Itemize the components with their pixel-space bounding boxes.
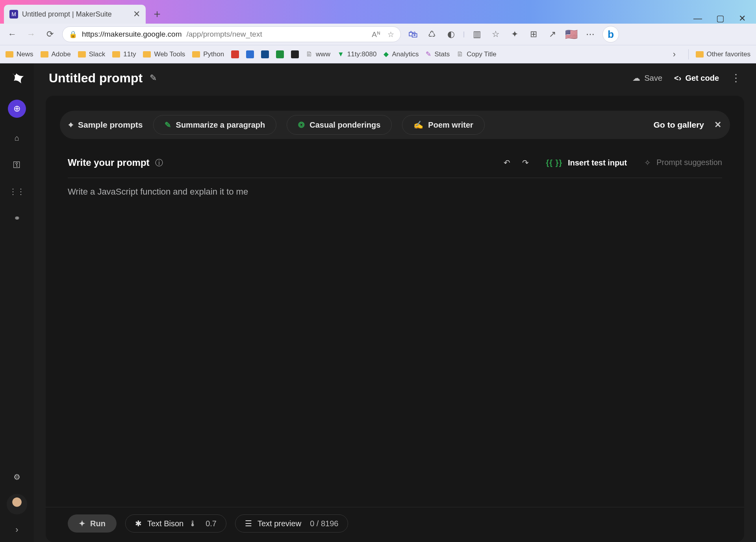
url-host: https://makersuite.google.com [82, 30, 182, 39]
rail-expand-icon[interactable]: › [15, 525, 18, 535]
bookmark-webtools[interactable]: Web Tools [143, 50, 185, 58]
rail-key-icon[interactable]: ⚿ [10, 158, 24, 171]
favorite-icon[interactable]: ☆ [387, 30, 394, 39]
temperature-value: 0.7 [206, 519, 217, 528]
run-button[interactable]: ✦ Run [68, 514, 117, 533]
prompt-name: Untitled prompt [49, 71, 143, 85]
read-aloud-icon[interactable]: Aᴺ [372, 30, 380, 39]
bottom-bar: ✦ Run ✱ Text Bison 🌡 0.7 ☰ Text preview … [46, 507, 744, 542]
bookmark-icon-4[interactable] [276, 50, 284, 58]
sample-poem[interactable]: ✍ Poem writer [402, 115, 484, 135]
window-controls: — ▢ ✕ [693, 10, 756, 24]
bookmarks-overflow-icon[interactable]: › [668, 48, 681, 61]
bookmarks-bar: News Adobe Slack 11ty Web Tools Python 🗎… [0, 45, 756, 63]
sample-summarize[interactable]: ✎ Summarize a paragraph [153, 115, 277, 135]
other-favorites[interactable]: Other favorites [696, 50, 751, 58]
sample-casual[interactable]: ❂ Casual ponderings [287, 115, 392, 135]
preview-chip[interactable]: ☰ Text preview 0 / 8196 [235, 514, 348, 533]
split-icon[interactable]: ▥ [470, 28, 484, 41]
redo-icon[interactable]: ↷ [522, 158, 529, 167]
user-avatar[interactable] [7, 494, 27, 514]
temperature-icon: 🌡 [189, 519, 197, 528]
settings-icon[interactable]: ⚙ [10, 470, 24, 484]
rail-link-icon[interactable]: ⚭ [10, 212, 24, 225]
prompt-suggestion-button[interactable]: ✧ Prompt suggestion [644, 158, 722, 167]
rail-home-icon[interactable]: ⌂ [10, 131, 24, 145]
favorites-icon[interactable]: ☆ [489, 28, 502, 41]
window-minimize-icon[interactable]: — [693, 13, 702, 24]
bing-sidebar-button[interactable]: b [602, 26, 619, 43]
collections-icon[interactable]: ✦ [508, 28, 521, 41]
edit-name-icon[interactable]: ✎ [150, 73, 157, 83]
code-icon: <› [674, 74, 681, 83]
app-logo-icon[interactable] [9, 71, 25, 86]
shopping-icon[interactable]: 🛍 [406, 28, 420, 41]
extensions-icon[interactable]: ⊞ [527, 28, 540, 41]
bookmark-icon-2[interactable] [246, 50, 254, 58]
share-icon[interactable]: ↗ [546, 28, 559, 41]
bookmark-copytitle[interactable]: 🗎Copy Title [457, 50, 497, 58]
bookmark-icon-5[interactable] [291, 50, 299, 58]
performance-icon[interactable]: ◐ [444, 28, 458, 41]
bookmark-icon-3[interactable] [261, 50, 269, 58]
diamond-icon: ◆ [384, 50, 389, 58]
page-icon: 🗎 [457, 50, 463, 58]
rail-nodes-icon[interactable]: ⋮⋮ [10, 185, 24, 198]
nav-refresh-button[interactable]: ⟳ [43, 28, 57, 41]
lock-icon: 🔒 [69, 30, 77, 39]
get-code-label: Get code [685, 74, 719, 83]
prompt-header-title: Write your prompt [68, 157, 150, 168]
tab-close-icon[interactable]: ✕ [133, 9, 140, 19]
bookmark-slack[interactable]: Slack [78, 50, 106, 58]
bookmark-www[interactable]: 🗎www [306, 50, 330, 58]
preview-icon: ☰ [245, 519, 252, 528]
model-name: Text Bison [147, 519, 183, 528]
prompt-editor[interactable]: Write a JavaScript function and explain … [68, 187, 722, 502]
insert-test-input-button[interactable]: {{ }} Insert test input [546, 158, 627, 167]
bookmark-adobe[interactable]: Adobe [41, 50, 71, 58]
bookmark-analytics[interactable]: ◆Analytics [384, 50, 419, 58]
bookmark-python[interactable]: Python [192, 50, 224, 58]
bookmark-11ty8080[interactable]: ▼11ty:8080 [337, 50, 377, 58]
bookmark-news[interactable]: News [6, 50, 33, 58]
bookmark-11ty[interactable]: 11ty [112, 50, 136, 58]
address-bar: ← → ⟳ 🔒 https://makersuite.google.com/ap… [0, 24, 756, 45]
save-button[interactable]: ☁ Save [632, 73, 662, 83]
poem-icon: ✍ [413, 120, 423, 130]
model-chip[interactable]: ✱ Text Bison 🌡 0.7 [125, 514, 226, 533]
window-titlebar: M Untitled prompt | MakerSuite ✕ ＋ — ▢ ✕ [0, 0, 756, 24]
vue-icon: ▼ [337, 50, 344, 58]
main-column: Untitled prompt ✎ ☁ Save <› Get code ⋮ ⌖… [34, 63, 756, 542]
page-icon: 🗎 [306, 50, 313, 58]
magic-icon: ✧ [644, 158, 651, 167]
casual-icon: ❂ [298, 120, 305, 130]
close-samples-icon[interactable]: ✕ [714, 120, 721, 130]
cloud-icon: ☁ [632, 73, 640, 83]
save-label: Save [644, 74, 662, 83]
prompt-card: ⌖ Sample prompts ✎ Summarize a paragraph… [46, 96, 744, 542]
browser-tab[interactable]: M Untitled prompt | MakerSuite ✕ [4, 5, 146, 24]
more-menu-icon[interactable]: ⋯ [584, 28, 597, 41]
sparkle-icon: ✦ [79, 519, 85, 528]
left-rail: ⊕ ⌂ ⚿ ⋮⋮ ⚭ ⚙ › [0, 63, 34, 542]
more-options-icon[interactable]: ⋮ [731, 72, 741, 84]
window-maximize-icon[interactable]: ▢ [716, 13, 724, 24]
nav-back-button[interactable]: ← [6, 28, 19, 41]
get-code-button[interactable]: <› Get code [674, 74, 719, 83]
lightbulb-icon: ⌖ [69, 120, 73, 130]
nav-forward-button[interactable]: → [24, 28, 38, 41]
bookmark-icon-1[interactable] [231, 50, 239, 58]
url-path: /app/prompts/new_text [186, 30, 262, 39]
window-close-icon[interactable]: ✕ [739, 13, 746, 24]
new-tab-button[interactable]: ＋ [149, 6, 165, 22]
info-icon[interactable]: ⓘ [155, 158, 163, 168]
url-input[interactable]: 🔒 https://makersuite.google.com/app/prom… [62, 26, 401, 42]
recycle-icon[interactable]: ♺ [425, 28, 439, 41]
undo-icon[interactable]: ↶ [504, 158, 510, 167]
bookmark-stats[interactable]: ✎Stats [426, 50, 450, 58]
profile-icon[interactable]: 🇺🇸 [565, 28, 578, 41]
preview-label: Text preview [258, 519, 301, 528]
go-to-gallery-link[interactable]: Go to gallery [654, 120, 704, 130]
new-prompt-button[interactable]: ⊕ [8, 100, 26, 118]
app-root: ⊕ ⌂ ⚿ ⋮⋮ ⚭ ⚙ › Untitled prompt ✎ ☁ Save … [0, 63, 756, 542]
